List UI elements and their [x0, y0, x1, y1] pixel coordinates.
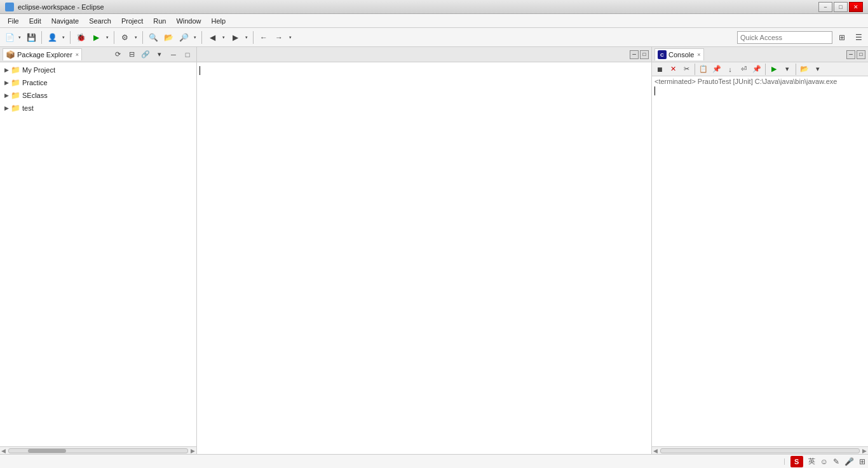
- run-button[interactable]: ▶: [89, 31, 103, 45]
- console-open-dropdown[interactable]: ▾: [811, 64, 824, 75]
- toolbar-sep-5: [201, 31, 202, 44]
- project-icon-practice: 📁: [10, 78, 20, 88]
- console-scroll-right[interactable]: ▶: [861, 448, 868, 454]
- quick-access-input[interactable]: [737, 31, 832, 44]
- editor-minimize-btn[interactable]: ─: [630, 50, 639, 59]
- status-bar: | S 英 ☺ ✎ 🎤 ⊞: [0, 454, 868, 468]
- menu-navigate[interactable]: Navigate: [46, 14, 84, 27]
- forward-button[interactable]: →: [272, 31, 286, 45]
- menu-window[interactable]: Window: [171, 14, 206, 27]
- console-scroll-end-btn[interactable]: ↓: [724, 64, 736, 75]
- maximize-button[interactable]: □: [834, 2, 848, 12]
- console-header: C Console × ─ □: [652, 47, 868, 62]
- tree-item-test[interactable]: ▶ 📁 test: [0, 102, 196, 114]
- menu-project[interactable]: Project: [116, 14, 148, 27]
- console-stop-btn[interactable]: ⏹: [653, 64, 666, 75]
- tree-item-seclass[interactable]: ▶ 📁 SEclass: [0, 89, 196, 102]
- menu-search[interactable]: Search: [84, 14, 116, 27]
- pe-tab-close[interactable]: ×: [76, 52, 79, 58]
- editor-content[interactable]: [197, 62, 651, 454]
- status-mic-icon[interactable]: 🎤: [844, 457, 854, 466]
- person-button[interactable]: 👤: [45, 31, 59, 45]
- minimize-button[interactable]: −: [818, 2, 832, 12]
- tree-item-practice[interactable]: ▶ 📁 Practice: [0, 76, 196, 89]
- status-pen-icon[interactable]: ✎: [833, 457, 839, 466]
- next-edit-button[interactable]: ▶: [228, 31, 242, 45]
- pe-collapse-btn[interactable]: ⊟: [125, 49, 138, 60]
- console-sep-1: [695, 64, 695, 75]
- prev-edit-button[interactable]: ◀: [205, 31, 219, 45]
- debug-button[interactable]: 🐞: [74, 31, 88, 45]
- eclipse-icon: [5, 3, 14, 11]
- sogou-icon[interactable]: S: [790, 456, 803, 467]
- prev-edit-dropdown[interactable]: ▾: [220, 31, 227, 45]
- forward-dropdown[interactable]: ▾: [287, 31, 294, 45]
- editor-maximize-btn[interactable]: □: [640, 50, 649, 59]
- status-emoticon-icon[interactable]: ☺: [820, 457, 828, 466]
- person-dropdown[interactable]: ▾: [60, 31, 67, 45]
- menu-file[interactable]: File: [3, 14, 24, 27]
- pe-scroll-left[interactable]: ◀: [0, 448, 7, 454]
- save-button[interactable]: 💾: [24, 31, 38, 45]
- console-sep-3: [796, 64, 796, 75]
- console-tab-close[interactable]: ×: [697, 52, 700, 58]
- console-word-wrap-btn[interactable]: ⏎: [737, 64, 750, 75]
- console-scrollbar-horizontal[interactable]: ◀ ▶: [652, 446, 868, 454]
- new-dropdown[interactable]: ▾: [17, 31, 23, 45]
- console-icon: C: [658, 50, 667, 59]
- pe-tab[interactable]: 📦 Package Explorer ×: [3, 48, 82, 60]
- pe-scrollbar-horizontal[interactable]: ◀ ▶: [0, 446, 196, 454]
- console-scroll-left[interactable]: ◀: [652, 448, 659, 454]
- pe-menu-btn[interactable]: ▾: [153, 49, 166, 60]
- pe-minimize-btn[interactable]: ─: [167, 49, 180, 60]
- open-resource-button[interactable]: 📂: [161, 31, 175, 45]
- console-run-btn[interactable]: ▶: [768, 64, 780, 75]
- pe-sync-btn[interactable]: ⟳: [111, 49, 124, 60]
- status-input-en[interactable]: 英: [808, 457, 815, 466]
- search-ref-button[interactable]: 🔎: [177, 31, 191, 45]
- console-content[interactable]: <terminated> PrautoTest [JUnit] C:\Java\…: [652, 76, 868, 446]
- status-right: | S 英 ☺ ✎ 🎤 ⊞: [783, 456, 865, 467]
- next-edit-dropdown[interactable]: ▾: [243, 31, 250, 45]
- menu-edit[interactable]: Edit: [24, 14, 46, 27]
- title-text: eclipse-workspace - Eclipse: [5, 3, 104, 11]
- console-open-btn[interactable]: 📂: [798, 64, 811, 75]
- console-tab-label: Console: [668, 51, 694, 59]
- extern-tools-dropdown[interactable]: ▾: [133, 31, 139, 45]
- toolbar-sep-2: [70, 31, 71, 44]
- console-maximize-btn[interactable]: □: [857, 50, 865, 59]
- console-pin-btn[interactable]: 📌: [750, 64, 763, 75]
- console-clear-btn[interactable]: ✂: [680, 64, 693, 75]
- search-dropdown[interactable]: ▾: [192, 31, 198, 45]
- status-grid-icon[interactable]: ⊞: [859, 457, 865, 466]
- project-icon-seclass: 📁: [10, 90, 20, 100]
- pe-scroll-right[interactable]: ▶: [189, 448, 196, 454]
- console-copy-btn[interactable]: 📋: [697, 64, 710, 75]
- perspective-button[interactable]: ⊞: [835, 31, 849, 45]
- console-remove-btn[interactable]: ✕: [667, 64, 679, 75]
- pe-maximize-btn[interactable]: □: [181, 49, 194, 60]
- extern-tools-button[interactable]: ⚙: [118, 31, 132, 45]
- console-run-dropdown[interactable]: ▾: [781, 64, 794, 75]
- open-type-button[interactable]: 🔍: [146, 31, 160, 45]
- tree-arrow-test: ▶: [3, 105, 10, 111]
- pe-header: 📦 Package Explorer × ⟳ ⊟ 🔗 ▾ ─ □: [0, 47, 196, 62]
- console-terminated-text: <terminated> PrautoTest [JUnit] C:\Java\…: [654, 78, 837, 85]
- console-tab[interactable]: C Console ×: [654, 48, 704, 60]
- console-scroll-track: [660, 448, 860, 453]
- run-dropdown[interactable]: ▾: [104, 31, 111, 45]
- back-button[interactable]: ←: [257, 31, 271, 45]
- view-menu-button[interactable]: ☰: [851, 31, 865, 45]
- console-minimize-btn[interactable]: ─: [846, 50, 855, 59]
- close-button[interactable]: ✕: [849, 2, 863, 12]
- tree-item-my-project[interactable]: ▶ 📁 My Project: [0, 64, 196, 76]
- menu-help[interactable]: Help: [207, 14, 231, 27]
- new-button[interactable]: 📄: [3, 31, 17, 45]
- pe-scroll-thumb[interactable]: [28, 449, 66, 453]
- pe-link-btn[interactable]: 🔗: [139, 49, 152, 60]
- tree-arrow-practice: ▶: [3, 79, 10, 86]
- console-paste-btn[interactable]: 📌: [710, 64, 723, 75]
- menu-run[interactable]: Run: [148, 14, 171, 27]
- toolbar: 📄 ▾ 💾 👤 ▾ 🐞 ▶ ▾ ⚙ ▾ 🔍 📂 🔎 ▾ ◀ ▾ ▶ ▾ ← → …: [0, 28, 868, 47]
- window-controls: − □ ✕: [818, 2, 863, 12]
